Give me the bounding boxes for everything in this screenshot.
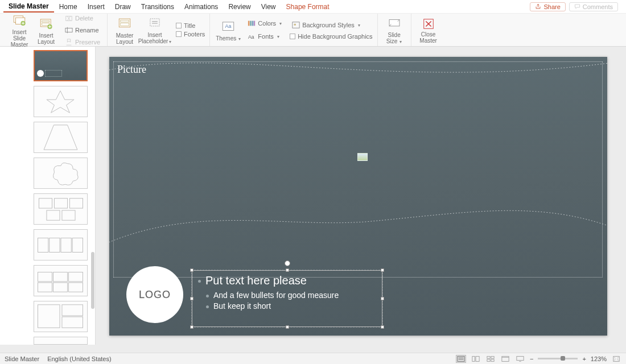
tab-slide-master[interactable]: Slide Master xyxy=(3,1,54,13)
background-styles-button[interactable]: Background Styles▾ xyxy=(290,20,372,30)
svg-point-21 xyxy=(294,23,296,26)
normal-view-button[interactable] xyxy=(471,355,481,363)
svg-rect-44 xyxy=(458,356,464,361)
svg-rect-16 xyxy=(250,21,252,26)
svg-rect-42 xyxy=(62,305,83,316)
zoom-out-button[interactable]: − xyxy=(530,355,533,362)
resize-handle[interactable] xyxy=(286,325,289,329)
svg-rect-27 xyxy=(54,198,67,208)
slide-size-icon xyxy=(387,16,402,31)
insert-layout-label: Insert Layout xyxy=(38,32,55,45)
svg-rect-49 xyxy=(487,356,490,358)
tab-animations[interactable]: Animations xyxy=(179,1,223,12)
svg-rect-36 xyxy=(53,272,67,282)
footers-checkbox[interactable]: Footers xyxy=(176,31,205,38)
insert-placeholder-button[interactable]: Insert Placeholder▾ xyxy=(138,15,171,45)
tab-draw[interactable]: Draw xyxy=(110,1,136,12)
zoom-slider[interactable] xyxy=(538,358,578,359)
thumbnail-3[interactable] xyxy=(34,122,88,153)
status-mode: Slide Master xyxy=(5,355,39,362)
master-layout-label: Master Layout xyxy=(116,32,134,45)
slide-editor[interactable]: Picture LOGO Put text here please And a … xyxy=(96,47,626,353)
hide-bg-checkbox[interactable]: Hide Background Graphics xyxy=(290,33,372,40)
comments-button[interactable]: Comments xyxy=(569,2,618,11)
themes-button[interactable]: Aa Themes ▾ xyxy=(215,18,242,42)
thumbnail-8[interactable] xyxy=(34,301,88,332)
text-placeholder[interactable]: Put text here please And a few bullets f… xyxy=(192,270,382,327)
preserve-button[interactable]: Preserve xyxy=(63,37,102,47)
fonts-button[interactable]: AaFonts▾ xyxy=(245,31,284,42)
resize-handle[interactable] xyxy=(381,325,384,329)
text-bullet: And a few bullets for good measure xyxy=(198,291,376,300)
slide-canvas[interactable]: Picture LOGO Put text here please And a … xyxy=(109,57,607,336)
svg-rect-28 xyxy=(69,198,83,208)
slide-size-button[interactable]: Slide Size ▾ xyxy=(382,15,406,45)
resize-handle[interactable] xyxy=(190,268,193,272)
share-button[interactable]: Share xyxy=(530,2,565,11)
slideshow-button[interactable] xyxy=(515,355,525,363)
status-bar: Slide Master English (United States) − +… xyxy=(0,353,626,364)
insert-layout-button[interactable]: Insert Layout xyxy=(34,15,58,45)
svg-rect-18 xyxy=(254,21,256,26)
tab-insert[interactable]: Insert xyxy=(83,1,110,12)
fit-to-window-button[interactable] xyxy=(611,355,621,363)
share-icon xyxy=(535,3,541,10)
svg-rect-15 xyxy=(248,21,250,26)
svg-rect-29 xyxy=(47,210,60,220)
tab-transitions[interactable]: Transitions xyxy=(136,1,179,12)
resize-handle[interactable] xyxy=(286,268,289,272)
preserve-icon xyxy=(65,38,73,46)
tab-review[interactable]: Review xyxy=(223,1,256,12)
tab-home[interactable]: Home xyxy=(54,1,83,12)
tab-view[interactable]: View xyxy=(256,1,281,12)
insert-layout-icon xyxy=(39,16,53,31)
svg-rect-32 xyxy=(50,238,60,252)
master-layout-button[interactable]: Master Layout xyxy=(112,15,137,45)
rotation-handle[interactable] xyxy=(285,260,290,266)
themes-label: Themes ▾ xyxy=(216,35,241,42)
zoom-in-button[interactable]: + xyxy=(582,355,586,362)
svg-rect-39 xyxy=(53,283,67,292)
resize-handle[interactable] xyxy=(381,268,384,272)
thumbnail-2[interactable] xyxy=(34,86,88,117)
notes-view-button[interactable] xyxy=(456,355,466,363)
thumbnail-pane[interactable] xyxy=(0,47,96,345)
resize-handle[interactable] xyxy=(190,325,193,329)
colors-button[interactable]: Colors▾ xyxy=(245,18,284,28)
status-language[interactable]: English (United States) xyxy=(47,355,112,362)
slide-size-label: Slide Size ▾ xyxy=(386,32,402,45)
thumbnail-4[interactable] xyxy=(34,158,88,189)
resize-handle[interactable] xyxy=(190,297,193,300)
svg-marker-25 xyxy=(44,125,77,150)
sorter-view-button[interactable] xyxy=(485,355,496,363)
resize-handle[interactable] xyxy=(381,297,384,300)
thumbnail-6[interactable] xyxy=(34,229,88,260)
close-icon xyxy=(422,18,435,30)
workspace: Picture LOGO Put text here please And a … xyxy=(0,47,626,353)
thumbnail-9[interactable] xyxy=(34,337,88,345)
reading-view-button[interactable] xyxy=(500,355,510,363)
placeholder-icon xyxy=(147,16,162,31)
picture-placeholder[interactable]: Picture xyxy=(113,61,603,278)
title-checkbox[interactable]: Title xyxy=(176,22,205,29)
insert-slide-master-button[interactable]: Insert Slide Master xyxy=(6,12,33,48)
thumbnail-5[interactable] xyxy=(34,193,88,225)
close-master-button[interactable]: Close Master xyxy=(416,16,441,44)
zoom-level[interactable]: 123% xyxy=(591,355,607,362)
rename-button[interactable]: Rename xyxy=(63,25,102,35)
bg-styles-icon xyxy=(292,21,300,29)
delete-button[interactable]: Delete xyxy=(63,13,102,23)
logo-placeholder[interactable]: LOGO xyxy=(126,266,183,323)
ribbon-tabs: Slide Master Home Insert Draw Transition… xyxy=(0,0,626,14)
close-master-label: Close Master xyxy=(419,31,437,44)
insert-placeholder-label: Insert Placeholder▾ xyxy=(138,32,172,45)
thumbnail-7[interactable] xyxy=(34,265,88,296)
text-bullet: But keep it short xyxy=(198,301,376,311)
thumbnail-1[interactable] xyxy=(34,50,88,81)
picture-icon[interactable] xyxy=(357,153,368,161)
svg-rect-40 xyxy=(68,283,83,292)
thumbnail-scrollbar[interactable] xyxy=(91,252,94,309)
svg-rect-35 xyxy=(38,272,52,282)
themes-icon: Aa xyxy=(221,19,236,34)
tab-shape-format[interactable]: Shape Format xyxy=(281,1,335,12)
